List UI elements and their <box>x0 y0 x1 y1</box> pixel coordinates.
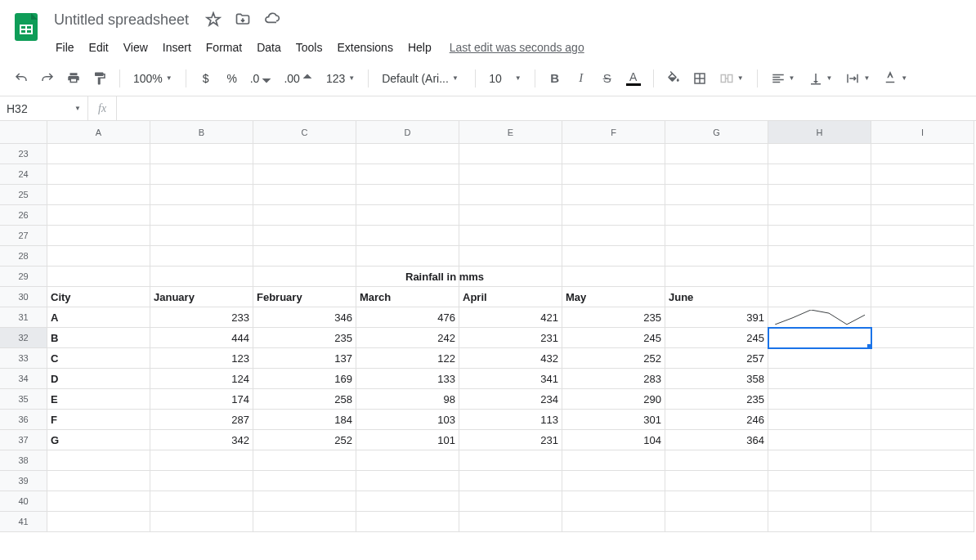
cell[interactable] <box>150 491 253 512</box>
row-header[interactable]: 23 <box>0 144 47 164</box>
cell[interactable] <box>562 471 665 491</box>
cell[interactable]: 358 <box>665 369 768 389</box>
cell[interactable] <box>768 164 871 185</box>
cell[interactable] <box>768 471 871 491</box>
cell[interactable] <box>47 246 150 267</box>
cell[interactable]: 476 <box>356 307 459 328</box>
font-dropdown[interactable]: Default (Ari...▼ <box>377 67 467 90</box>
cell[interactable] <box>665 185 768 205</box>
last-edit-link[interactable]: Last edit was seconds ago <box>450 41 584 54</box>
sheets-logo[interactable] <box>10 10 43 43</box>
row-header[interactable]: 31 <box>0 307 47 328</box>
cell[interactable] <box>253 246 356 267</box>
cell[interactable]: 233 <box>150 307 253 328</box>
menu-tools[interactable]: Tools <box>289 38 329 57</box>
doc-title[interactable]: Untitled spreadsheet <box>49 10 194 30</box>
cell[interactable] <box>871 410 974 430</box>
cell[interactable]: 113 <box>459 410 562 430</box>
cell[interactable] <box>871 389 974 410</box>
cell[interactable]: March <box>356 287 459 307</box>
row-header[interactable]: 38 <box>0 450 47 471</box>
cell[interactable] <box>253 164 356 185</box>
cell[interactable] <box>768 389 871 410</box>
row-header[interactable]: 30 <box>0 287 47 307</box>
cell[interactable] <box>356 185 459 205</box>
cell[interactable]: 257 <box>665 348 768 369</box>
zoom-dropdown[interactable]: 100%▼ <box>128 67 177 90</box>
cell[interactable] <box>356 491 459 512</box>
increase-decimal-button[interactable]: .00 <box>280 67 317 90</box>
cell[interactable]: 231 <box>459 430 562 450</box>
cell[interactable] <box>47 185 150 205</box>
cell[interactable] <box>253 491 356 512</box>
cell[interactable] <box>768 226 871 246</box>
cell[interactable] <box>562 205 665 226</box>
col-header[interactable]: G <box>665 121 768 144</box>
cell[interactable]: 235 <box>665 389 768 410</box>
text-color-button[interactable]: A <box>622 67 645 90</box>
cell[interactable] <box>665 226 768 246</box>
cell[interactable]: 104 <box>562 430 665 450</box>
cell[interactable] <box>665 491 768 512</box>
bold-button[interactable]: B <box>544 67 566 90</box>
cell[interactable]: 231 <box>459 328 562 348</box>
cell[interactable]: 122 <box>356 348 459 369</box>
cell[interactable] <box>768 491 871 512</box>
cell[interactable]: 103 <box>356 410 459 430</box>
borders-button[interactable] <box>688 67 711 90</box>
col-header[interactable]: A <box>47 121 150 144</box>
paint-format-button[interactable] <box>88 67 111 90</box>
cell[interactable] <box>150 164 253 185</box>
cell[interactable] <box>871 491 974 512</box>
cell[interactable] <box>150 205 253 226</box>
row-header[interactable]: 25 <box>0 185 47 205</box>
cell[interactable] <box>47 450 150 471</box>
cell[interactable] <box>47 471 150 491</box>
cell[interactable] <box>150 450 253 471</box>
cell[interactable] <box>768 328 871 348</box>
cell[interactable]: 342 <box>150 430 253 450</box>
cell[interactable]: B <box>47 328 150 348</box>
cell[interactable] <box>459 246 562 267</box>
cell[interactable]: 124 <box>150 369 253 389</box>
font-size-dropdown[interactable]: 10▼ <box>484 67 526 90</box>
merge-cells-dropdown[interactable]: ▼ <box>714 67 749 90</box>
cell[interactable] <box>871 348 974 369</box>
cell[interactable]: 133 <box>356 369 459 389</box>
row-header[interactable]: 29 <box>0 267 47 287</box>
cell[interactable] <box>47 164 150 185</box>
cell[interactable] <box>665 267 768 287</box>
cell[interactable]: G <box>47 430 150 450</box>
cell[interactable] <box>253 185 356 205</box>
cell[interactable] <box>768 430 871 450</box>
row-header[interactable]: 28 <box>0 246 47 267</box>
cell[interactable] <box>459 164 562 185</box>
row-header[interactable]: 41 <box>0 512 47 532</box>
cell[interactable] <box>356 471 459 491</box>
row-header[interactable]: 39 <box>0 471 47 491</box>
cell[interactable] <box>459 226 562 246</box>
cell[interactable]: 301 <box>562 410 665 430</box>
cell[interactable] <box>150 144 253 164</box>
cell[interactable]: C <box>47 348 150 369</box>
menu-extensions[interactable]: Extensions <box>330 38 399 57</box>
cell[interactable]: 252 <box>253 430 356 450</box>
cell[interactable]: D <box>47 369 150 389</box>
move-folder-icon[interactable] <box>233 10 253 29</box>
cell[interactable] <box>665 471 768 491</box>
cell[interactable] <box>47 267 150 287</box>
cell[interactable]: 234 <box>459 389 562 410</box>
cell[interactable]: 184 <box>253 410 356 430</box>
cell[interactable] <box>871 267 974 287</box>
number-format-dropdown[interactable]: 123▼ <box>321 67 360 90</box>
cell[interactable] <box>253 471 356 491</box>
cell[interactable] <box>356 144 459 164</box>
cell[interactable] <box>459 144 562 164</box>
text-rotation-dropdown[interactable]: ▼ <box>878 67 912 90</box>
cell[interactable] <box>47 512 150 532</box>
cell[interactable]: 137 <box>253 348 356 369</box>
cell[interactable] <box>150 471 253 491</box>
cell[interactable] <box>562 450 665 471</box>
cell[interactable] <box>356 246 459 267</box>
cell[interactable]: 283 <box>562 369 665 389</box>
